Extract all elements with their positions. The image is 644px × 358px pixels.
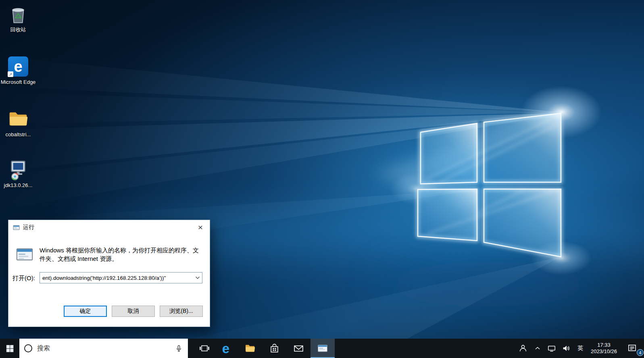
chevron-up-icon xyxy=(534,344,542,352)
desktop-icon-label: 回收站 xyxy=(10,26,26,33)
run-program-icon xyxy=(16,246,33,263)
desktop-icon-microsoft-edge[interactable]: e ↗ Microsoft Edge xyxy=(0,56,36,85)
clock-time: 17:33 xyxy=(591,342,617,348)
run-window-icon xyxy=(13,224,20,231)
desktop-icon-jdk-installer[interactable]: jdk13.0.26... xyxy=(0,159,36,189)
desktop-icon-recycle-bin[interactable]: 回收站 xyxy=(0,3,36,33)
volume-button[interactable] xyxy=(559,339,573,358)
recycle-bin-icon xyxy=(7,3,29,25)
clock-date: 2023/10/26 xyxy=(591,348,617,355)
installer-icon xyxy=(7,159,29,181)
browse-button[interactable]: 浏览(B)... xyxy=(160,306,203,317)
open-combobox xyxy=(40,272,202,283)
language-indicator[interactable]: 英 xyxy=(573,339,587,358)
desktop-icon-label: cobaltstri... xyxy=(6,131,31,138)
open-input[interactable] xyxy=(40,273,193,283)
windows-desktop: 回收站 e ↗ Microsoft Edge cobaltstri... xyxy=(0,0,644,358)
search-placeholder: 搜索 xyxy=(37,344,170,353)
edge-icon: e ↗ xyxy=(7,56,29,77)
desktop-icon-label: jdk13.0.26... xyxy=(4,182,33,189)
mail-icon xyxy=(293,343,304,354)
run-dialog-title: 运行 xyxy=(23,224,34,231)
notification-badge: 4 xyxy=(637,349,644,356)
action-center-icon xyxy=(627,343,638,354)
file-explorer-icon xyxy=(244,343,256,354)
desktop-icon-label: Microsoft Edge xyxy=(1,79,36,85)
taskbar-edge-button[interactable]: e xyxy=(214,339,238,358)
run-dialog: 运行 × Windows 将根据你所输入的名称，为你打开相应的程序、文件夹、文档… xyxy=(8,220,210,327)
windows-logo-icon xyxy=(5,344,15,353)
folder-icon xyxy=(7,108,29,130)
task-view-button[interactable] xyxy=(195,339,214,358)
run-window-icon xyxy=(317,343,328,354)
action-center-button[interactable]: 4 xyxy=(621,339,644,358)
close-icon[interactable]: × xyxy=(191,220,210,234)
store-icon xyxy=(269,343,280,354)
ok-button[interactable]: 确定 xyxy=(64,306,107,317)
shortcut-arrow-icon: ↗ xyxy=(8,71,13,77)
task-view-icon xyxy=(199,343,210,353)
taskbar-store-button[interactable] xyxy=(262,339,286,358)
cortana-icon xyxy=(24,344,32,352)
network-icon xyxy=(547,344,556,353)
taskbar-mail-button[interactable] xyxy=(286,339,311,358)
combobox-dropdown-icon[interactable] xyxy=(193,273,202,283)
clock[interactable]: 17:33 2023/10/26 xyxy=(587,339,621,358)
network-button[interactable] xyxy=(544,339,559,358)
people-icon xyxy=(518,343,528,353)
desktop-icon-cobaltstrike-folder[interactable]: cobaltstri... xyxy=(0,108,36,138)
open-field-label: 打开(O): xyxy=(13,275,35,282)
edge-icon: e xyxy=(222,342,229,355)
taskbar: 搜索 e xyxy=(0,339,644,358)
speaker-icon xyxy=(562,344,571,353)
system-tray: 英 17:33 2023/10/26 4 xyxy=(515,339,644,358)
search-box[interactable]: 搜索 xyxy=(19,339,188,358)
cancel-button[interactable]: 取消 xyxy=(112,306,155,317)
taskbar-file-explorer-button[interactable] xyxy=(238,339,262,358)
people-button[interactable] xyxy=(515,339,531,358)
taskbar-run-button[interactable] xyxy=(311,339,335,358)
run-dialog-titlebar[interactable]: 运行 xyxy=(8,220,210,235)
microphone-icon[interactable] xyxy=(175,344,183,353)
run-dialog-description: Windows 将根据你所输入的名称，为你打开相应的程序、文件夹、文档或 Int… xyxy=(40,246,203,263)
start-button[interactable] xyxy=(0,339,19,358)
hidden-icons-button[interactable] xyxy=(531,339,544,358)
